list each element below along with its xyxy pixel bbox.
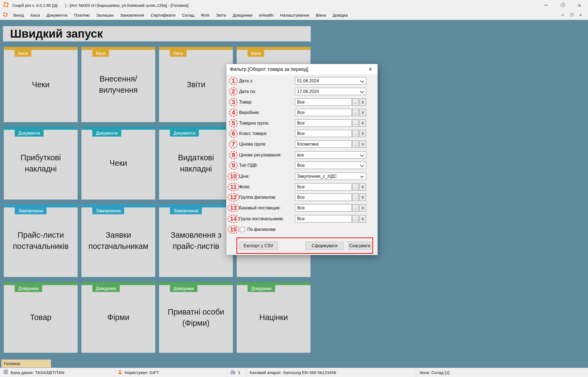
branch-group-field[interactable]: Все	[295, 194, 352, 201]
app-logo-icon	[3, 2, 9, 9]
tile-documents-expense-invoices[interactable]: Документи Видаткові накладні	[159, 127, 233, 200]
tile-documents-checks[interactable]: Документи Чеки	[81, 127, 155, 200]
mdi-minimize-button[interactable]	[559, 12, 566, 18]
close-button[interactable]: ×	[571, 0, 588, 10]
field-label-product-class: Класс товара:	[239, 131, 267, 136]
menu-item-kasa[interactable]: Каса	[27, 11, 43, 20]
field-value: Все	[297, 195, 305, 200]
cancel-button[interactable]: Скасувати	[348, 242, 371, 250]
tile-label: Внесення/вилучення	[81, 73, 155, 95]
manufacturer-lookup-button[interactable]: ...	[352, 109, 359, 116]
status-zone-text: Зона: Склад [1]	[419, 370, 449, 375]
branch-clear-button[interactable]: X	[359, 183, 366, 191]
product-class-field[interactable]: Все	[295, 130, 352, 137]
tile-label: Приватні особи (Фірми)	[159, 306, 233, 328]
close-icon: ×	[579, 13, 582, 17]
menu-item-stock-balances[interactable]: Залишки	[93, 11, 117, 20]
tile-category-tag: Каса	[170, 50, 187, 57]
product-group-clear-button[interactable]: X	[359, 119, 366, 127]
menu-item-orders[interactable]: Замовлення	[117, 11, 147, 20]
field-row-date-from: 1 Дата з: 01.06.2024	[226, 77, 377, 85]
tile-orders-supplier-requests[interactable]: Замовлення Заявки постачальникам	[81, 204, 155, 277]
product-lookup-button[interactable]: ...	[352, 98, 359, 106]
supplier-group-field[interactable]: Все	[295, 215, 352, 222]
branch-group-lookup-button[interactable]: ...	[352, 194, 359, 201]
base-supplier-clear-button[interactable]: X	[359, 204, 366, 212]
tile-directories-product[interactable]: Довідники Товар	[4, 282, 78, 353]
dialog-close-button[interactable]: ×	[363, 64, 377, 74]
branch-lookup-button[interactable]: ...	[352, 183, 359, 191]
tile-category-tag: Довідники	[170, 285, 197, 292]
tile-category-strip	[237, 282, 310, 285]
tile-category-strip	[159, 204, 233, 207]
tile-label: Звіти	[183, 79, 209, 90]
field-row-supplier-group: 14 Група постачальників: Все ... X	[226, 215, 377, 222]
menu-item-directories[interactable]: Довідники	[229, 11, 256, 20]
product-clear-button[interactable]: X	[359, 98, 366, 106]
tile-directories-firms[interactable]: Довідники Фірми	[81, 282, 155, 353]
product-class-lookup-button[interactable]: ...	[352, 130, 359, 137]
tile-directories-markups[interactable]: Довідники Націнки	[237, 282, 310, 353]
menu-item-help[interactable]: Довідка	[329, 11, 351, 20]
combobox-value: 17.06.2024	[297, 89, 319, 94]
date-from-combobox[interactable]: 01.06.2024	[295, 77, 366, 85]
generate-button[interactable]: Сформувати	[306, 242, 344, 250]
price-combobox[interactable]: Закупочная_с_НДС	[295, 173, 366, 180]
tile-orders-from-price-lists[interactable]: Замовлення Замовлення з прайс-листів	[159, 204, 233, 277]
menu-item-exit[interactable]: Вихід	[10, 11, 27, 20]
product-field[interactable]: Все	[295, 98, 352, 106]
field-label-product-group: Товарна група:	[239, 121, 269, 126]
menu-item-certificates[interactable]: Сертифікати	[147, 11, 179, 20]
menu-items: Вихід Каса Документи Платежі Залишки Зам…	[10, 11, 351, 20]
tile-documents-income-invoices[interactable]: Документи Прибуткові накладні	[4, 127, 78, 200]
mdi-restore-button[interactable]	[568, 12, 575, 18]
price-group-clear-button[interactable]: X	[359, 140, 366, 148]
tile-kasa-reports[interactable]: Каса Звіти	[159, 47, 233, 122]
price-group-field[interactable]: Косметика	[295, 140, 352, 148]
supplier-group-clear-button[interactable]: X	[359, 215, 366, 222]
menu-item-warehouse[interactable]: Склад	[179, 11, 197, 20]
status-register-count-text: 1	[238, 370, 240, 375]
menu-item-ehealth[interactable]: eHealth	[256, 11, 277, 20]
vat-type-combobox[interactable]: Все	[295, 162, 366, 169]
tile-category-strip	[81, 204, 155, 207]
field-label-supplier-group: Група постачальників:	[239, 216, 284, 221]
product-group-lookup-button[interactable]: ...	[352, 119, 359, 127]
menu-item-branches[interactable]: Філії	[197, 11, 213, 20]
cash-register-icon	[230, 370, 236, 376]
date-to-combobox[interactable]: 17.06.2024	[295, 88, 366, 95]
export-csv-button[interactable]: Експорт у CSV	[239, 242, 278, 250]
field-label-price: Ціна:	[239, 174, 249, 179]
supplier-group-lookup-button[interactable]: ...	[352, 215, 359, 222]
minimize-button[interactable]	[537, 0, 554, 10]
tile-category-tag: Замовлення	[170, 207, 202, 214]
tile-directories-private-persons[interactable]: Довідники Приватні особи (Фірми)	[159, 282, 233, 353]
tile-orders-supplier-price-lists[interactable]: Замовлення Прайс-листи постачальників	[4, 204, 78, 277]
branch-field[interactable]: Все	[295, 183, 352, 191]
menu-item-payments[interactable]: Платежі	[71, 11, 93, 20]
menu-item-settings[interactable]: Налаштування	[277, 11, 312, 20]
menu-item-windows[interactable]: Вікна	[312, 11, 329, 20]
price-regulation-combobox[interactable]: все	[295, 151, 366, 159]
price-group-lookup-button[interactable]: ...	[352, 140, 359, 148]
menu-item-documents[interactable]: Документи	[43, 11, 71, 20]
filter-dialog: Фильтр [Оборот товара за период] × 1 Дат…	[226, 64, 378, 255]
tile-category-tag: Документи	[15, 130, 44, 137]
mdi-close-button[interactable]: ×	[577, 12, 584, 18]
tile-kasa-checks[interactable]: Каса Чеки	[4, 47, 78, 122]
database-icon	[3, 369, 8, 376]
base-supplier-lookup-button[interactable]: ...	[352, 204, 359, 212]
by-branches-checkbox[interactable]	[240, 227, 245, 232]
tile-label: Прайс-листи постачальників	[4, 230, 78, 252]
tile-kasa-deposit-withdrawal[interactable]: Каса Внесення/вилучення	[81, 47, 155, 122]
branch-group-clear-button[interactable]: X	[359, 194, 366, 201]
manufacturer-clear-button[interactable]: X	[359, 109, 366, 116]
product-class-clear-button[interactable]: X	[359, 130, 366, 137]
product-group-field[interactable]: Все	[295, 119, 352, 127]
restore-button[interactable]	[554, 0, 571, 10]
tab-home[interactable]: Головна	[1, 359, 51, 368]
combobox-value: Закупочная_с_НДС	[297, 174, 337, 179]
manufacturer-field[interactable]: Все	[295, 109, 352, 116]
menu-item-reports[interactable]: Звіти	[213, 11, 229, 20]
base-supplier-field[interactable]: Все	[295, 204, 352, 212]
